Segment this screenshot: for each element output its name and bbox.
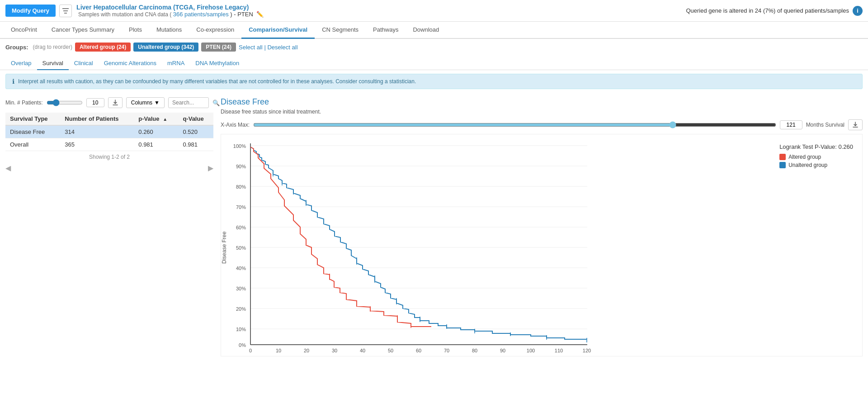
controls-row: Min. # Patients: Columns ▼ 🔍 <box>5 97 213 108</box>
unaltered-group-badge[interactable]: Unaltered group (342) <box>133 43 198 52</box>
sort-arrow-pvalue: ▲ <box>163 117 167 122</box>
info-banner: ℹ Interpret all results with caution, as… <box>5 74 863 89</box>
x-axis-slider[interactable] <box>253 121 776 128</box>
pten-group-badge[interactable]: PTEN (24) <box>201 43 236 52</box>
info-icon: ℹ <box>12 78 14 85</box>
svg-text:30: 30 <box>332 348 337 353</box>
sub-tab-mrna[interactable]: mRNA <box>162 57 190 70</box>
legend-item-unaltered: Unaltered group <box>779 162 853 168</box>
min-patients-label: Min. # Patients: <box>5 100 43 106</box>
info-text: Interpret all results with caution, as t… <box>18 78 416 85</box>
svg-text:120: 120 <box>583 348 591 353</box>
cell-num-patients: 365 <box>60 138 134 151</box>
svg-text:110: 110 <box>555 348 563 353</box>
nav-tabs: OncoPrint Cancer Types Summary Plots Mut… <box>0 22 868 39</box>
tab-plots[interactable]: Plots <box>122 22 149 39</box>
table-row[interactable]: Disease Free 314 0.260 0.520 <box>5 125 213 138</box>
chart-legend: Logrank Test P-Value: 0.260 Altered grou… <box>779 143 853 170</box>
x-axis-input[interactable] <box>780 120 802 129</box>
columns-button[interactable]: Columns ▼ <box>126 97 165 108</box>
tab-cancer-types[interactable]: Cancer Types Summary <box>44 22 122 39</box>
svg-text:20%: 20% <box>236 306 246 312</box>
header-right: Queried gene is altered in 24 (7%) of qu… <box>686 6 863 16</box>
svg-text:100%: 100% <box>233 143 246 149</box>
scroll-arrows: ◀ ▶ <box>5 163 213 173</box>
chart-download-button[interactable] <box>848 119 863 130</box>
col-p-value[interactable]: p-Value ▲ <box>134 113 178 125</box>
survival-table: Survival Type Number of Patients p-Value… <box>5 113 213 151</box>
tab-download[interactable]: Download <box>406 22 446 39</box>
cell-q-value: 0.520 <box>178 125 213 138</box>
svg-text:70%: 70% <box>236 204 246 210</box>
tab-mutations[interactable]: Mutations <box>149 22 189 39</box>
svg-text:60%: 60% <box>236 225 246 230</box>
left-panel: Min. # Patients: Columns ▼ 🔍 Survival Ty… <box>5 97 213 356</box>
search-input[interactable] <box>168 97 209 108</box>
cell-q-value: 0.981 <box>178 138 213 151</box>
legend-label-altered: Altered group <box>788 154 821 160</box>
logrank-text: Logrank Test P-Value: 0.260 <box>779 143 853 150</box>
sub-tab-clinical[interactable]: Clinical <box>69 57 99 70</box>
chart-subtitle: Disease free status since initial treatm… <box>221 109 863 115</box>
legend-color-altered <box>779 154 786 160</box>
sub-tab-overlap[interactable]: Overlap <box>5 57 37 70</box>
tab-pathways[interactable]: Pathways <box>366 22 406 39</box>
tab-coexpression[interactable]: Co-expression <box>189 22 241 39</box>
svg-text:100: 100 <box>527 348 535 353</box>
tab-comparison-survival[interactable]: Comparison/Survival <box>241 22 315 39</box>
samples-link[interactable]: 366 patients/samples <box>173 11 229 18</box>
cell-survival-type: Disease Free <box>5 125 60 138</box>
showing-text: Showing 1-2 of 2 <box>5 151 213 163</box>
svg-text:80%: 80% <box>236 184 246 190</box>
svg-text:80: 80 <box>472 348 477 353</box>
table-download-button[interactable] <box>108 97 123 108</box>
filter-icon[interactable] <box>59 5 72 17</box>
legend-label-unaltered: Unaltered group <box>788 162 827 168</box>
legend-item-altered: Altered group <box>779 154 853 160</box>
groups-bar: Groups: (drag to reorder) Altered group … <box>0 39 868 55</box>
months-label: Months Survival <box>806 122 844 128</box>
svg-text:90: 90 <box>500 348 505 353</box>
scroll-left-arrow[interactable]: ◀ <box>5 164 11 172</box>
table-row[interactable]: Overall 365 0.981 0.981 <box>5 138 213 151</box>
svg-text:60: 60 <box>416 348 421 353</box>
groups-links: Select all | Deselect all <box>239 44 298 51</box>
svg-text:30%: 30% <box>236 286 246 291</box>
tab-oncoprint[interactable]: OncoPrint <box>4 22 44 39</box>
svg-text:10%: 10% <box>236 327 246 332</box>
svg-text:10: 10 <box>276 348 281 353</box>
queried-info-text: Queried gene is altered in 24 (7%) of qu… <box>686 7 849 14</box>
scroll-right-arrow[interactable]: ▶ <box>208 164 213 172</box>
svg-text:50%: 50% <box>236 245 246 251</box>
svg-text:70: 70 <box>444 348 449 353</box>
sub-tab-genomic[interactable]: Genomic Alterations <box>99 57 162 70</box>
chart-container: Disease Free Logrank Test P-Value: 0.260… <box>221 134 863 356</box>
svg-text:50: 50 <box>388 348 393 353</box>
col-q-value[interactable]: q-Value <box>178 113 213 125</box>
min-patients-slider[interactable] <box>47 99 83 106</box>
edit-gene-icon[interactable]: ✏️ <box>256 11 264 18</box>
svg-text:40: 40 <box>360 348 365 353</box>
cell-p-value: 0.260 <box>134 125 178 138</box>
right-panel: Disease Free Disease free status since i… <box>221 97 863 356</box>
x-axis-row: X-Axis Max: Months Survival <box>221 119 863 130</box>
svg-text:20: 20 <box>304 348 309 353</box>
legend-color-unaltered <box>779 162 786 168</box>
altered-group-badge[interactable]: Altered group (24) <box>75 43 131 52</box>
tab-cn-segments[interactable]: CN Segments <box>315 22 366 39</box>
sub-tabs: Overlap Survival Clinical Genomic Altera… <box>0 55 868 70</box>
x-axis-label: X-Axis Max: <box>221 122 250 128</box>
queried-info-icon[interactable]: i <box>853 6 863 16</box>
col-num-patients[interactable]: Number of Patients <box>60 113 134 125</box>
study-info: Liver Hepatocellular Carcinoma (TCGA, Fi… <box>76 4 264 18</box>
sub-tab-survival[interactable]: Survival <box>37 57 69 70</box>
select-all-link[interactable]: Select all <box>239 44 263 51</box>
deselect-all-link[interactable]: Deselect all <box>267 44 297 51</box>
svg-text:90%: 90% <box>236 164 246 169</box>
col-survival-type[interactable]: Survival Type <box>5 113 60 125</box>
search-icon[interactable]: 🔍 <box>212 100 220 106</box>
sub-tab-dna[interactable]: DNA Methylation <box>190 57 245 70</box>
min-patients-input[interactable] <box>86 98 104 107</box>
modify-query-button[interactable]: Modify Query <box>5 5 56 17</box>
cell-num-patients: 314 <box>60 125 134 138</box>
